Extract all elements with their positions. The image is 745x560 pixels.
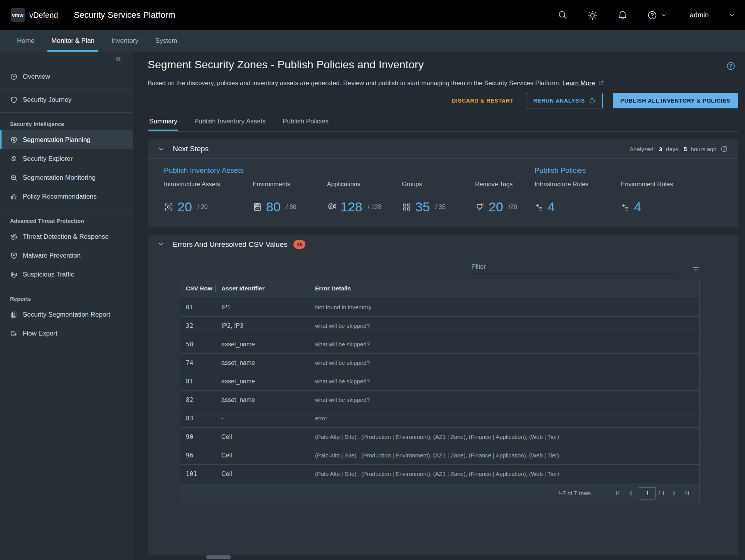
page-number-input[interactable] [639,487,656,499]
top-bar: vmw vDefend Security Services Platform a… [0,0,745,30]
table-row[interactable]: 83-error [180,409,699,427]
table-row[interactable]: 82asset_namewhat will be skipped? [180,390,699,409]
info-icon [589,98,595,104]
stat-label: Groups [402,181,475,188]
stat-label: Applications [327,181,402,188]
gauge-icon [10,73,18,81]
publish-all-button[interactable]: PUBLISH ALL INVENTORY & POLICIES [613,93,738,108]
sidebar-collapse-icon[interactable] [115,55,122,63]
next-steps-title: Next Steps [173,145,209,153]
sidebar-item-label: Segmentation Planning [23,136,91,144]
table-row[interactable]: 81asset_namewhat will be skipped? [180,372,699,390]
sidebar-item-label: Flow Export [23,330,57,337]
description-text: Based on the discovery, policies and inv… [148,79,563,86]
pagination-next-icon[interactable] [667,487,680,499]
cell-asset-identifier: Cell [216,446,309,464]
theme-brightness-icon[interactable] [587,9,598,21]
discard-restart-button[interactable]: DISCARD & RESTART [450,94,516,108]
table-row[interactable]: 90Cell(Palo Alto | Site) , (Production |… [180,427,699,446]
nav-item-inventory[interactable]: Inventory [108,30,142,52]
report-copies-icon [10,311,18,319]
errors-collapse-icon[interactable] [158,241,164,248]
pagination-prev-icon[interactable] [624,487,637,499]
rerun-analysis-button[interactable]: RERUN ANALYSIS [526,93,603,108]
sidebar-item-label: Security Segmentation Report [23,311,110,319]
sidebar-item-malware-prevention[interactable]: Malware Prevention [0,246,133,265]
sidebar-group: Security Intelligence Segmentation Plann… [0,113,133,209]
sidebar-item-segmentation-monitoring[interactable]: Segmentation Monitoring [0,168,133,187]
cell-error-details: (Palo Alto | Site) , (Production | Envir… [309,446,699,464]
primary-nav: Home Monitor & Plan Inventory System [0,30,745,52]
main-content: Segment Security Zones - Publish Policie… [133,52,745,560]
nav-item-home[interactable]: Home [13,30,38,52]
table-row[interactable]: 01IP1Not found in inventory [180,298,699,316]
applications-icon [327,202,337,212]
filter-input[interactable] [471,262,678,274]
table-row[interactable]: 32IP2, IP3what will be skipped? [180,316,699,335]
next-steps-collapse-icon[interactable] [158,146,164,152]
search-icon[interactable] [557,9,568,21]
cell-error-details: Not found in inventory [309,298,699,316]
help-menu[interactable] [647,10,667,20]
table-row[interactable]: 101Cell(Palo Alto | Site) , (Production … [180,464,699,483]
topbar-actions: admin [538,9,735,21]
stat-total: / 20 [197,204,208,211]
user-menu-chevron-icon[interactable] [729,12,735,18]
sidebar-item-segmentation-planning[interactable]: Segmentation Planning [0,130,133,149]
sidebar-item-threat-detection-response[interactable]: Threat Detection & Response [0,227,133,246]
external-link-icon[interactable] [598,79,605,86]
sidebar-item-security-segmentation-report[interactable]: Security Segmentation Report [0,305,133,324]
cell-csv-row: 82 [180,391,216,409]
tab-summary[interactable]: Summary [148,118,178,131]
sidebar-item-label: Threat Detection & Response [23,233,109,241]
table-row[interactable]: 58asset_namewhat will be skipped? [180,335,699,353]
infrastructure-assets-icon [164,202,174,212]
page-help-icon[interactable] [726,61,736,73]
rerun-analysis-label: RERUN ANALYSIS [533,98,585,104]
sidebar-item-label: Security Journey [23,96,72,104]
sidebar-collapse-row [0,52,133,66]
cell-asset-identifier: IP1 [216,298,309,316]
cell-error-details: what will be skipped? [309,317,699,335]
analyzed-hours-unit: hours ago [691,146,716,152]
sidebar-item-flow-export[interactable]: Flow Export [0,324,133,343]
stat-label: Infrastructure Assets [164,181,253,188]
nav-item-system[interactable]: System [152,30,181,52]
chevron-down-icon [661,12,667,18]
cell-csv-row: 58 [180,335,216,353]
filter-funnel-icon[interactable] [691,265,700,275]
table-row[interactable]: 96Cell(Palo Alto | Site) , (Production |… [180,446,699,464]
cell-error-details: (Palo Alto | Site) , (Production | Envir… [309,428,699,446]
cell-asset-identifier: IP2, IP3 [216,317,309,335]
sidebar-item-policy-recommendations[interactable]: Policy Recommendations [0,187,133,206]
pagination-last-icon[interactable] [680,487,693,499]
user-name[interactable]: admin [690,11,709,19]
nav-item-monitor-plan[interactable]: Monitor & Plan [47,30,98,52]
cell-asset-identifier: asset_name [216,391,309,409]
product-title: Security Services Platform [74,10,175,20]
tab-publish-policies[interactable]: Publish Policies [282,118,329,131]
cell-asset-identifier: Cell [216,428,309,446]
stat-value: 4 [548,199,555,214]
stat-label: Remove Tags [475,181,517,188]
notifications-bell-icon[interactable] [617,9,629,21]
sidebar-item-security-explorer[interactable]: Security Explorer [0,149,133,168]
sidebar-item-label: Segmentation Monitoring [23,174,96,182]
stat-value: 4 [634,199,641,214]
sidebar-item-security-journey[interactable]: Security Journey [0,90,133,109]
stat-label: Environments [253,181,327,188]
learn-more-link[interactable]: Learn More [563,79,595,86]
pagination-first-icon[interactable] [611,487,624,499]
column-header-error-details[interactable]: Error Details [309,279,699,298]
table-row[interactable]: 74asset_namewhat will be skipped? [180,353,699,372]
publish-inventory-section: Publish Inventory Assets Infrastructure … [164,166,517,214]
column-header-csv-row[interactable]: CSV Row [180,279,216,298]
cell-error-details: error [309,409,699,427]
tab-publish-inventory-assets[interactable]: Publish Inventory Assets [194,118,266,131]
environments-icon [253,202,262,212]
sidebar-item-overview[interactable]: Overview [0,67,133,86]
sidebar-item-suspicious-traffic[interactable]: Suspicious Traffic [0,265,133,284]
horizontal-scrollbar-thumb[interactable] [206,555,231,559]
cell-csv-row: 81 [180,372,216,390]
column-header-asset-identifier[interactable]: Asset Identifier [216,279,309,298]
